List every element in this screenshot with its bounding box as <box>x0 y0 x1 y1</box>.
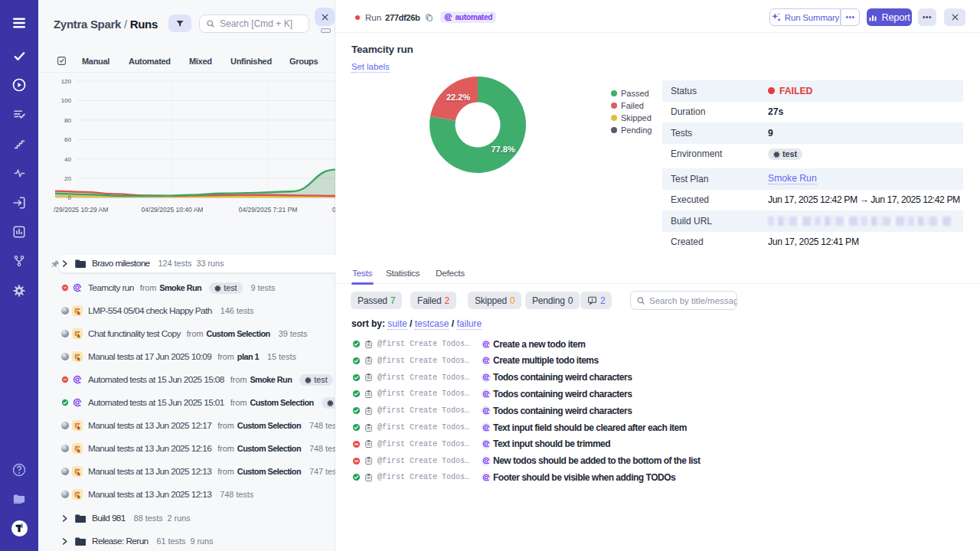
svg-text:04/29/2025 7:21 PM: 04/29/2025 7:21 PM <box>239 206 298 214</box>
svg-text:/29/2025 10:29 AM: /29/2025 10:29 AM <box>54 206 108 214</box>
svg-text:22.2%: 22.2% <box>446 93 470 102</box>
svg-text:120: 120 <box>61 78 72 85</box>
svg-text:77.8%: 77.8% <box>492 145 515 154</box>
svg-text:40: 40 <box>64 156 71 163</box>
svg-text:20: 20 <box>64 175 71 182</box>
svg-text:0: 0 <box>68 194 72 201</box>
svg-text:04/29/2025 10:40 AM: 04/29/2025 10:40 AM <box>142 206 204 214</box>
svg-text:80: 80 <box>64 117 71 124</box>
svg-text:100: 100 <box>61 97 72 104</box>
svg-text:60: 60 <box>64 136 71 143</box>
